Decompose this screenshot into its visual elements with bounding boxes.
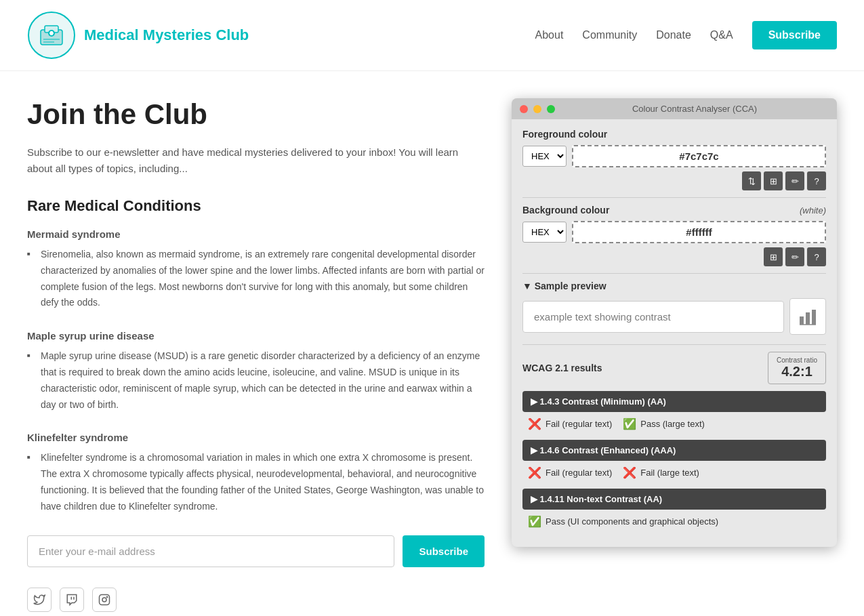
form-subscribe-button[interactable]: Subscribe	[403, 535, 485, 567]
svg-point-9	[102, 598, 106, 602]
wcag-results-2: ✅ Pass (UI components and graphical obje…	[522, 512, 826, 533]
main-layout: Join the Club Subscribe to our e-newslet…	[0, 71, 864, 616]
page-title: Join the Club	[27, 98, 485, 131]
svg-rect-12	[806, 312, 810, 325]
condition-title-0: Mermaid syndrome	[27, 228, 485, 240]
bg-eyedropper-icon[interactable]: ✏	[785, 247, 804, 266]
wcag-criterion-button-0[interactable]: ▶ 1.4.3 Contrast (Minimum) (AA)	[522, 391, 826, 412]
bg-format-select[interactable]: HEX	[522, 222, 567, 243]
result-text-1-1: Fail (large text)	[640, 468, 699, 478]
bg-adjust-icon[interactable]: ⊞	[764, 247, 783, 266]
fg-adjust-icon[interactable]: ⊞	[764, 171, 783, 190]
wcag-result-0-0: ❌ Fail (regular text)	[528, 417, 612, 430]
condition-maple: Maple syrup urine disease Maple syrup ur…	[27, 330, 485, 413]
titlebar-dot-red[interactable]	[520, 105, 528, 113]
condition-mermaid: Mermaid syndrome Sirenomelia, also known…	[27, 228, 485, 311]
contrast-ratio-box: Contrast ratio 4.2:1	[768, 352, 826, 384]
nav-donate[interactable]: Donate	[656, 29, 691, 41]
fg-row: HEX	[522, 145, 826, 167]
wcag-criterion-0: ▶ 1.4.3 Contrast (Minimum) (AA) ❌ Fail (…	[522, 391, 826, 436]
fg-eyedropper-icon[interactable]: ✏	[785, 171, 804, 190]
content-area: Join the Club Subscribe to our e-newslet…	[27, 98, 485, 612]
divider-3	[522, 344, 826, 345]
fail-icon-1-0: ❌	[528, 466, 541, 479]
cca-title: Colour Contrast Analyser (CCA)	[560, 104, 829, 114]
titlebar-dot-yellow[interactable]	[533, 105, 541, 113]
twitter-icon[interactable]	[27, 588, 52, 612]
nav-about[interactable]: About	[535, 29, 564, 41]
bg-tool-icons: ⊞ ✏ ?	[522, 247, 826, 266]
divider-2	[522, 273, 826, 274]
social-icons	[27, 588, 485, 612]
svg-point-10	[107, 596, 108, 597]
svg-rect-8	[100, 594, 110, 604]
bg-value-input[interactable]	[572, 221, 826, 243]
wcag-result-1-0: ❌ Fail (regular text)	[528, 466, 612, 479]
wcag-result-2-0: ✅ Pass (UI components and graphical obje…	[528, 515, 718, 528]
email-form: Subscribe	[27, 535, 485, 567]
fg-help-icon[interactable]: ?	[807, 171, 826, 190]
condition-klinefelter: Klinefelter syndrome Klinefelter syndrom…	[27, 432, 485, 514]
logo-icon	[27, 11, 76, 60]
pass-icon-2-0: ✅	[528, 515, 541, 528]
pass-icon-0-1: ✅	[623, 417, 636, 430]
contrast-ratio-label: Contrast ratio	[777, 356, 817, 364]
bg-row: HEX	[522, 221, 826, 243]
bg-label: Background colour	[522, 205, 609, 215]
result-text-0-1: Pass (large text)	[640, 419, 705, 429]
condition-desc-2: Klinefelter syndrome is a chromosomal va…	[27, 450, 485, 514]
bg-help-icon[interactable]: ?	[807, 247, 826, 266]
fail-icon-1-1: ❌	[623, 466, 636, 479]
titlebar-dot-green[interactable]	[547, 105, 555, 113]
intro-text: Subscribe to our e-newsletter and have m…	[27, 144, 485, 177]
section-title: Rare Medical Conditions	[27, 197, 485, 215]
sample-preview-section: ▼ Sample preview example text showing co…	[522, 281, 826, 335]
fg-label: Foreground colour	[522, 129, 826, 140]
result-text-2-0: Pass (UI components and graphical object…	[546, 516, 718, 527]
cca-panel: Colour Contrast Analyser (CCA) Foregroun…	[512, 98, 837, 547]
wcag-criterion-1: ▶ 1.4.6 Contrast (Enhanced) (AAA) ❌ Fail…	[522, 440, 826, 485]
twitch-icon[interactable]	[60, 588, 84, 612]
bg-white-label: (white)	[800, 205, 826, 215]
instagram-icon[interactable]	[92, 588, 117, 612]
condition-title-1: Maple syrup urine disease	[27, 330, 485, 342]
wcag-results-1: ❌ Fail (regular text) ❌ Fail (large text…	[522, 464, 826, 485]
wcag-criterion-button-1[interactable]: ▶ 1.4.6 Contrast (Enhanced) (AAA)	[522, 440, 826, 461]
wcag-label: WCAG 2.1 results	[522, 363, 602, 373]
nav: About Community Donate Q&A Subscribe	[535, 21, 837, 49]
wcag-criterion-2: ▶ 1.4.11 Non-text Contrast (AA) ✅ Pass (…	[522, 489, 826, 533]
wcag-result-1-1: ❌ Fail (large text)	[623, 466, 699, 479]
condition-desc-0: Sirenomelia, also known as mermaid syndr…	[27, 247, 485, 311]
nav-community[interactable]: Community	[582, 29, 637, 41]
result-text-1-0: Fail (regular text)	[546, 468, 612, 478]
condition-desc-1: Maple syrup urine disease (MSUD) is a ra…	[27, 348, 485, 413]
divider-1	[522, 197, 826, 198]
fg-value-input[interactable]	[572, 145, 826, 167]
logo-area: Medical Mysteries Club	[27, 11, 249, 60]
cca-titlebar: Colour Contrast Analyser (CCA)	[512, 98, 837, 119]
email-input[interactable]	[27, 535, 394, 567]
result-text-0-0: Fail (regular text)	[546, 419, 612, 429]
nav-qa[interactable]: Q&A	[710, 29, 733, 41]
sample-preview-row: example text showing contrast	[522, 298, 826, 335]
wcag-result-0-1: ✅ Pass (large text)	[623, 417, 705, 430]
bg-header-row: Background colour (white)	[522, 205, 826, 215]
sample-text: example text showing contrast	[522, 301, 784, 333]
fail-icon-0-0: ❌	[528, 417, 541, 430]
svg-rect-13	[812, 310, 816, 325]
header-subscribe-button[interactable]: Subscribe	[752, 21, 837, 49]
header: Medical Mysteries Club About Community D…	[0, 0, 864, 71]
wcag-criterion-button-2[interactable]: ▶ 1.4.11 Non-text Contrast (AA)	[522, 489, 826, 510]
fg-format-select[interactable]: HEX	[522, 146, 567, 167]
chart-icon[interactable]	[789, 298, 826, 335]
fg-tool-icons: ⇅ ⊞ ✏ ?	[522, 171, 826, 190]
contrast-ratio-value: 4.2:1	[777, 364, 817, 379]
cca-panel-area: Colour Contrast Analyser (CCA) Foregroun…	[512, 98, 837, 612]
cca-body: Foreground colour HEX ⇅ ⊞ ✏ ? Background	[512, 119, 837, 547]
wcag-header: WCAG 2.1 results Contrast ratio 4.2:1	[522, 352, 826, 384]
condition-title-2: Klinefelter syndrome	[27, 432, 485, 443]
fg-swap-icon[interactable]: ⇅	[742, 171, 761, 190]
sample-preview-label: ▼ Sample preview	[522, 281, 826, 291]
site-title: Medical Mysteries Club	[84, 26, 249, 44]
svg-rect-11	[800, 316, 804, 325]
